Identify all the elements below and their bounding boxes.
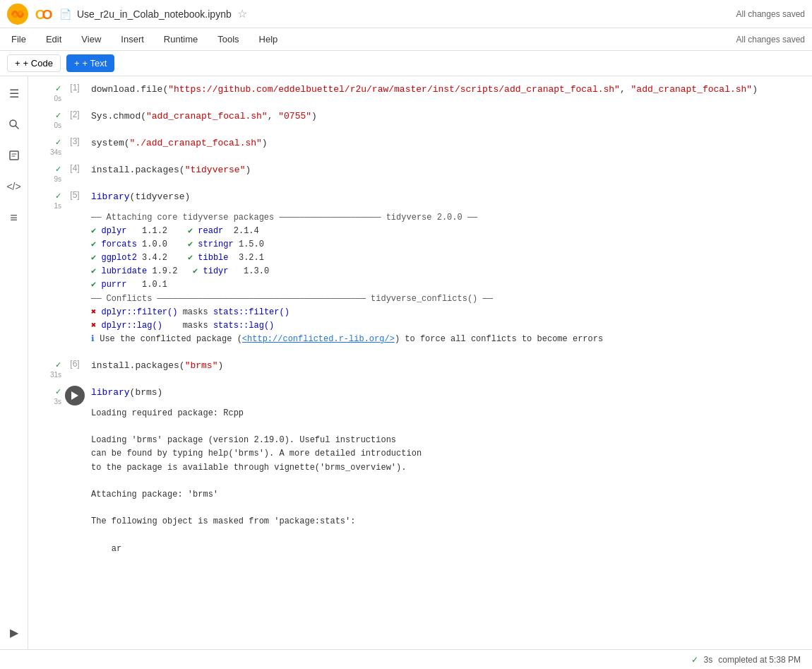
- svg-line-6: [16, 126, 18, 129]
- output-5-pkg4: ✔ lubridate 1.9.2 ✔ tidyr 1.3.0: [91, 265, 806, 278]
- cell-3-check: ✓: [55, 138, 61, 147]
- menu-view[interactable]: View: [77, 31, 105, 47]
- add-text-button[interactable]: + + Text: [66, 54, 114, 72]
- cell-7-output: Loading required package: Rcpp Loading '…: [85, 404, 811, 562]
- output-5-pkg2: ✔ forcats 1.0.0 ✔ stringr 1.5.0: [91, 238, 806, 251]
- cell-3-gutter: ✓ 34s: [29, 132, 64, 156]
- topbar: C O 📄 Use_r2u_in_Colab_notebook.ipynb ☆ …: [0, 0, 812, 28]
- sidebar-menu-icon[interactable]: ☰: [4, 83, 24, 103]
- output-7-line5: to the package is available through vign…: [91, 461, 806, 475]
- output-7-line11: ar: [91, 543, 806, 556]
- svg-rect-7: [10, 151, 18, 160]
- add-code-label: + Code: [23, 58, 53, 69]
- cell-6-gutter: ✓ 31s: [29, 355, 64, 379]
- cell-7-time: 3s: [54, 398, 61, 405]
- plus-text-icon: +: [74, 58, 80, 69]
- cell-3-content[interactable]: system("./add_cranapt_focal.sh"): [85, 132, 811, 155]
- cell-3-time: 34s: [50, 148, 61, 156]
- cell-7-body: library(brms) Loading required package: …: [85, 381, 811, 562]
- add-code-button[interactable]: + + Code: [7, 54, 61, 72]
- output-7-line9: The following object is masked from 'pac…: [91, 515, 806, 528]
- status-check: ✓: [691, 655, 698, 665]
- cell-1-content[interactable]: download.file("https://github.com/eddelb…: [85, 78, 811, 101]
- notebook: ✓ 0s [1] download.file("https://github.c…: [28, 76, 812, 649]
- menubar: File Edit View Insert Runtime Tools Help…: [0, 28, 812, 51]
- cell-5-time: 1s: [54, 202, 61, 210]
- menu-runtime[interactable]: Runtime: [160, 31, 202, 47]
- statusbar: ✓ 3s completed at 5:38 PM: [0, 649, 812, 669]
- colab-logo-icon: C O: [34, 4, 54, 24]
- cell-5-gutter: ✓ 1s: [29, 186, 64, 210]
- cell-7-code[interactable]: library(brms): [85, 381, 811, 404]
- cell-2-gutter: ✓ 0s: [29, 105, 64, 129]
- cell-5-number: [5]: [70, 190, 79, 200]
- menu-tools[interactable]: Tools: [213, 31, 243, 47]
- sidebar-toc-icon[interactable]: ≡: [4, 208, 24, 227]
- cell-1-time: 0s: [54, 95, 61, 102]
- main: ☰ </> ≡ ▶ ✓ 0s [1] download.file("https:…: [0, 76, 812, 649]
- cell-1: ✓ 0s [1] download.file("https://github.c…: [28, 78, 812, 103]
- output-7-line2: [91, 420, 806, 434]
- cell-5-check: ✓: [55, 191, 61, 201]
- all-changes-saved: All changes saved: [736, 35, 805, 45]
- cell-3: ✓ 34s [3] system("./add_cranapt_focal.sh…: [28, 131, 812, 157]
- cell-6-content[interactable]: install.packages("brms"): [85, 355, 811, 377]
- output-5-info: ℹ Use the conflicted package (<http://co…: [91, 333, 806, 346]
- cell-5-code[interactable]: library(tidyverse): [85, 186, 811, 208]
- cell-3-number: [3]: [70, 136, 79, 146]
- output-5-section1: ── Attaching core tidyverse packages ───…: [91, 211, 806, 225]
- status-completed: completed at 5:38 PM: [718, 655, 801, 665]
- output-7-line8: [91, 502, 806, 515]
- menu-help[interactable]: Help: [255, 31, 282, 47]
- output-7-line6: [91, 475, 806, 488]
- svg-marker-8: [71, 391, 78, 400]
- cell-7-check: ✓: [55, 387, 61, 396]
- output-7-line4: can be found by typing help('brms'). A m…: [91, 447, 806, 461]
- plus-code-icon: +: [15, 58, 20, 69]
- sidebar-search-icon[interactable]: [4, 114, 24, 134]
- output-5-section2: ── Conflicts ───────────────────────────…: [91, 292, 806, 306]
- output-5-pkg5: ✔ purrr 1.0.1: [91, 278, 806, 292]
- cell-4-content[interactable]: install.packages("tidyverse"): [85, 159, 811, 182]
- cell-2-content[interactable]: Sys.chmod("add_cranapt_focal.sh", "0755"…: [85, 105, 811, 128]
- sidebar-terminal-icon[interactable]: ▶: [4, 622, 24, 642]
- menu-insert[interactable]: Insert: [117, 31, 148, 47]
- output-5-pkg3: ✔ ggplot2 3.4.2 ✔ tibble 3.2.1: [91, 251, 806, 265]
- cell-7: ✓ 3s library(brms) Loading required pack…: [28, 381, 812, 562]
- cell-5: ✓ 1s [5] library(tidyverse) ── Attaching…: [28, 185, 812, 353]
- output-5-conflict2: ✖ dplyr::lag() masks stats::lag(): [91, 319, 806, 333]
- notebook-title[interactable]: Use_r2u_in_Colab_notebook.ipynb: [77, 8, 232, 20]
- cell-4-gutter: ✓ 9s: [29, 159, 64, 183]
- status-time: 3s: [704, 655, 713, 665]
- notebook-icon: 📄: [59, 8, 71, 20]
- cell-4-time: 9s: [54, 175, 61, 183]
- cell-2-time: 0s: [54, 122, 61, 129]
- cell-4-check: ✓: [55, 165, 61, 174]
- cell-7-run-button[interactable]: [65, 386, 85, 405]
- add-text-label: + Text: [82, 58, 107, 69]
- output-7-line7: Attaching package: 'brms': [91, 488, 806, 502]
- cell-2: ✓ 0s [2] Sys.chmod("add_cranapt_focal.sh…: [28, 105, 812, 130]
- save-status: All changes saved: [736, 9, 805, 19]
- cell-6-check: ✓: [55, 360, 61, 369]
- cell-1-check: ✓: [55, 84, 61, 93]
- cell-4-number: [4]: [70, 163, 79, 173]
- sidebar-files-icon[interactable]: [4, 146, 24, 165]
- cell-7-gutter: ✓ 3s: [29, 381, 64, 405]
- cell-6-time: 31s: [50, 371, 61, 379]
- star-icon[interactable]: ☆: [237, 7, 247, 20]
- output-7-line1: Loading required package: Rcpp: [91, 407, 806, 420]
- svg-text:O: O: [42, 7, 52, 22]
- cell-4: ✓ 9s [4] install.packages("tidyverse"): [28, 158, 812, 184]
- cell-1-gutter: ✓ 0s: [29, 78, 64, 102]
- sidebar-code-icon[interactable]: </>: [4, 177, 24, 196]
- output-5-pkg1: ✔ dplyr 1.1.2 ✔ readr 2.1.4: [91, 225, 806, 238]
- cell-6: ✓ 31s [6] install.packages("brms"): [28, 354, 812, 379]
- output-7-line3: Loading 'brms' package (version 2.19.0).…: [91, 434, 806, 447]
- cell-1-number: [1]: [70, 83, 79, 93]
- output-7-line10: [91, 529, 806, 543]
- cell-2-number: [2]: [70, 109, 79, 119]
- menu-file[interactable]: File: [7, 31, 30, 47]
- menu-edit[interactable]: Edit: [42, 31, 66, 47]
- sidebar: ☰ </> ≡ ▶: [0, 76, 28, 649]
